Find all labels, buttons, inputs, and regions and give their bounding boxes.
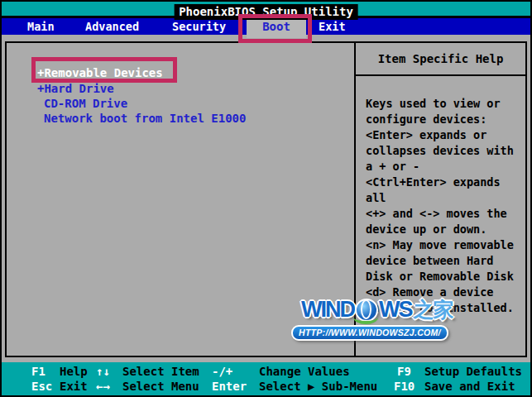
tab-main[interactable]: Main: [27, 20, 55, 33]
key-f1: F1: [31, 365, 46, 378]
help-line: configure devices:: [366, 112, 522, 127]
watermark-brand-right: WS: [379, 297, 412, 323]
key-minus-plus: -/+: [212, 365, 232, 378]
select-item-label: Select Item: [122, 365, 199, 378]
globe-icon: [355, 299, 378, 322]
help-pane-title: Item Specific Help: [356, 43, 525, 76]
help-line: <Enter> expands or: [366, 127, 522, 143]
setup-defaults-label: Setup Defaults: [424, 365, 522, 378]
select-menu-label: Select Menu: [122, 380, 199, 393]
help-line: <+> and <-> moves the: [366, 206, 522, 222]
key-f9: F9: [397, 365, 411, 378]
boot-item-cdrom-drive[interactable]: CD-ROM Drive: [44, 97, 127, 110]
boot-item-hard-drive[interactable]: +Hard Drive: [37, 82, 114, 95]
select-submenu-label: Select ▶ Sub-Menu: [259, 380, 377, 393]
watermark: WIND WS 之家 HTTP://WWW.WINDOWSZJ.COM/: [291, 296, 465, 341]
help-line: Keys used to view or: [366, 96, 522, 112]
help-line: collapses devices with: [366, 143, 522, 159]
key-esc: Esc: [31, 380, 52, 393]
boot-item-network-boot[interactable]: Network boot from Intel E1000: [44, 112, 246, 125]
watermark-brand-left: WIND: [301, 297, 354, 323]
watermark-url: HTTP://WWW.WINDOWSZJ.COM/: [291, 325, 448, 341]
tab-exit[interactable]: Exit: [319, 20, 346, 33]
help-line: Disk or Removable Disk: [366, 269, 522, 285]
help-line: <n> May move removable: [366, 237, 522, 253]
save-exit-label: Save and Exit: [424, 380, 515, 393]
annotation-box-boot-tab: [238, 14, 312, 43]
annotation-box-removable-devices: [31, 57, 177, 83]
change-values-label: Change Values: [259, 365, 350, 378]
updown-arrows-icon: ↑↓: [96, 365, 110, 378]
key-f1-label: Help: [60, 365, 88, 378]
tab-security[interactable]: Security: [172, 20, 226, 33]
help-line: <Ctrl+Enter> expands: [366, 175, 522, 190]
help-line: a + or -: [366, 159, 522, 175]
key-enter: Enter: [212, 380, 247, 393]
tab-advanced[interactable]: Advanced: [85, 20, 139, 33]
key-esc-label: Exit: [60, 380, 88, 393]
watermark-logo: WIND WS 之家: [301, 296, 465, 323]
key-legend-bar: F1 Help ↑↓ Select Item -/+ Change Values…: [2, 362, 530, 395]
help-pane-text: Keys used to view or configure devices: …: [356, 76, 525, 316]
help-line: all: [366, 190, 522, 206]
key-f10: F10: [394, 380, 415, 393]
leftright-arrows-icon: ←→: [96, 380, 110, 393]
help-line: device up or down.: [366, 222, 522, 237]
watermark-brand-cn: 之家: [413, 296, 453, 323]
help-line: device between Hard: [366, 253, 522, 269]
bios-screen: PhoenixBIOS Setup Utility Main Advanced …: [0, 0, 532, 397]
